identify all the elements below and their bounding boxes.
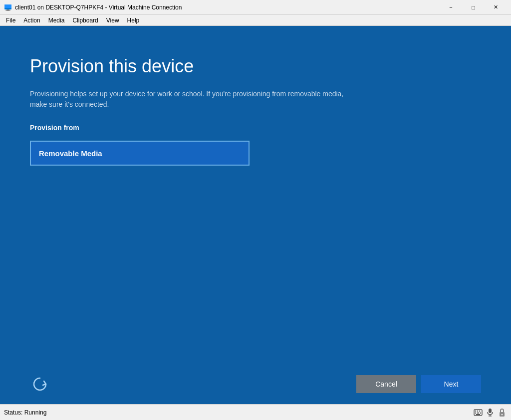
menu-help[interactable]: Help bbox=[123, 16, 144, 25]
status-text: Status: Running bbox=[4, 409, 46, 416]
svg-rect-3 bbox=[5, 10, 10, 11]
window-title: client01 on DESKTOP-Q7HPKF4 - Virtual Ma… bbox=[15, 4, 440, 11]
content-area: Provision this device Provisioning helps… bbox=[0, 26, 511, 364]
cancel-button[interactable]: Cancel bbox=[356, 375, 416, 393]
maximize-button[interactable]: □ bbox=[462, 0, 485, 15]
menu-view[interactable]: View bbox=[102, 16, 123, 25]
menu-media[interactable]: Media bbox=[44, 16, 69, 25]
microphone-icon bbox=[485, 408, 495, 418]
svg-rect-1 bbox=[4, 4, 11, 8]
menu-clipboard[interactable]: Clipboard bbox=[68, 16, 102, 25]
svg-rect-8 bbox=[475, 413, 476, 414]
page-description: Provisioning helps set up your device fo… bbox=[30, 89, 349, 110]
removable-media-button[interactable]: Removable Media bbox=[30, 141, 250, 166]
svg-rect-7 bbox=[479, 411, 480, 412]
action-bar: Cancel Next bbox=[0, 364, 511, 404]
menu-action[interactable]: Action bbox=[19, 16, 44, 25]
status-bar: Status: Running bbox=[0, 404, 511, 420]
svg-rect-12 bbox=[489, 409, 492, 413]
svg-rect-10 bbox=[480, 413, 481, 414]
status-bar-right bbox=[473, 408, 507, 418]
keyboard-icon bbox=[473, 408, 483, 418]
close-button[interactable]: ✕ bbox=[485, 0, 507, 15]
provision-from-label: Provision from bbox=[30, 124, 481, 132]
next-button[interactable]: Next bbox=[421, 375, 481, 393]
menu-bar: File Action Media Clipboard View Help bbox=[0, 15, 511, 26]
svg-rect-11 bbox=[476, 414, 480, 415]
page-title: Provision this device bbox=[30, 56, 481, 77]
svg-rect-9 bbox=[477, 413, 479, 414]
window-controls[interactable]: − □ ✕ bbox=[440, 0, 507, 15]
refresh-icon bbox=[30, 374, 50, 394]
lock-icon bbox=[497, 408, 507, 418]
menu-file[interactable]: File bbox=[2, 16, 19, 25]
svg-rect-5 bbox=[475, 411, 476, 412]
svg-rect-2 bbox=[6, 9, 9, 10]
minimize-button[interactable]: − bbox=[440, 0, 462, 15]
title-bar: client01 on DESKTOP-Q7HPKF4 - Virtual Ma… bbox=[0, 0, 511, 15]
action-buttons: Cancel Next bbox=[356, 375, 481, 393]
app-icon bbox=[4, 3, 12, 11]
svg-point-16 bbox=[502, 414, 503, 415]
svg-rect-6 bbox=[477, 411, 478, 412]
vm-area: Provision this device Provisioning helps… bbox=[0, 26, 511, 404]
